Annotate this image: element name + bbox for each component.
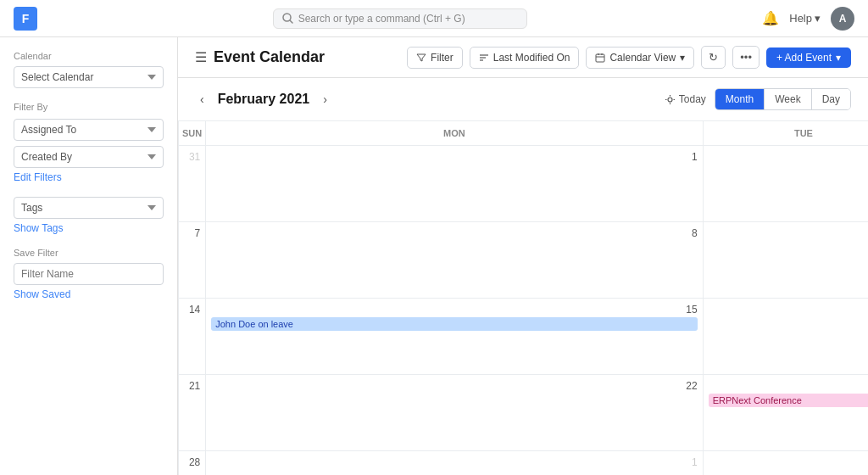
prev-month-button[interactable]: ‹: [195, 91, 209, 108]
day-header-tue: TUE: [704, 121, 868, 146]
month-year-title: February 2021: [218, 92, 310, 107]
chevron-down-icon: ▾: [836, 52, 841, 64]
next-month-button[interactable]: ›: [318, 91, 332, 108]
add-event-label: + Add Event: [776, 52, 832, 64]
cal-cell-feb-15[interactable]: 15 John Doe on leave: [206, 299, 703, 375]
main-layout: Calendar Select Calendar Filter By Assig…: [0, 37, 868, 475]
filter-button[interactable]: Filter: [407, 47, 463, 69]
view-btn-group: Month Week Day: [715, 88, 851, 110]
filter-icon: [416, 53, 426, 63]
calendar-nav: ‹ February 2021 ›: [195, 91, 332, 108]
cal-cell-feb-28[interactable]: 28: [179, 451, 206, 475]
content-area: ☰ Event Calendar Filter Last Modified On…: [178, 37, 868, 475]
sun-icon: [665, 94, 676, 105]
notifications-button[interactable]: 🔔: [762, 10, 779, 26]
cal-cell-feb-8[interactable]: 8: [206, 222, 703, 299]
day-view-button[interactable]: Day: [812, 89, 850, 109]
search-icon: [282, 13, 293, 24]
filter-name-input[interactable]: [14, 263, 164, 285]
cal-cell-feb-7[interactable]: 7: [179, 222, 206, 299]
day-header-mon: MON: [206, 121, 703, 146]
save-filter-section: Save Filter Show Saved: [14, 248, 164, 300]
filter-label: Filter: [431, 52, 453, 64]
calendar-label: Calendar: [14, 51, 164, 61]
filter-by-label: Filter By: [14, 102, 164, 112]
sidebar-toggle-button[interactable]: ☰: [195, 49, 207, 65]
calendar-section: Calendar Select Calendar: [14, 51, 164, 88]
today-button[interactable]: Today: [665, 93, 706, 105]
header-actions: Filter Last Modified On Calendar View ▾ …: [407, 46, 851, 69]
save-filter-label: Save Filter: [14, 248, 164, 258]
topbar-right: 🔔 Help ▾ A: [762, 7, 854, 31]
calendar-view-button[interactable]: Calendar View ▾: [586, 47, 694, 69]
svg-point-9: [668, 98, 672, 102]
search-placeholder: Search or type a command (Ctrl + G): [298, 13, 465, 25]
more-button[interactable]: •••: [732, 46, 760, 69]
cal-cell-feb-21[interactable]: 21: [179, 375, 206, 451]
today-label: Today: [679, 93, 706, 105]
help-button[interactable]: Help ▾: [789, 12, 821, 25]
page-title-group: ☰ Event Calendar: [195, 48, 325, 66]
calendar-grid: SUN MON TUE WED THU FRI SAT 31 1 2 3 Foo…: [178, 121, 868, 475]
avatar[interactable]: A: [831, 7, 854, 31]
sort-label: Last Modified On: [493, 52, 570, 64]
cal-cell-mar-2[interactable]: 2: [704, 451, 868, 475]
month-view-button[interactable]: Month: [715, 89, 765, 109]
svg-line-1: [290, 20, 292, 23]
svg-rect-5: [596, 54, 604, 62]
cal-cell-mar-1[interactable]: 1: [206, 451, 703, 475]
calendar-header: ‹ February 2021 › Today Month Week Day: [178, 78, 868, 121]
calendar-icon: [595, 53, 605, 63]
refresh-button[interactable]: ↻: [701, 46, 726, 69]
event-title: John Doe on leave: [215, 319, 293, 329]
cal-cell-feb-2[interactable]: 2: [704, 146, 868, 222]
search-bar[interactable]: Search or type a command (Ctrl + G): [273, 8, 527, 29]
cal-cell-feb-23[interactable]: 23 ERPNext Conference: [704, 375, 868, 451]
sidebar: Calendar Select Calendar Filter By Assig…: [0, 37, 178, 475]
show-tags-link[interactable]: Show Tags: [14, 222, 63, 234]
cal-cell-feb-16[interactable]: 16: [704, 299, 868, 375]
topbar: F Search or type a command (Ctrl + G) 🔔 …: [0, 0, 868, 37]
cal-cell-31-jan[interactable]: 31: [179, 146, 206, 222]
filter-by-section: Filter By Assigned To Created By Edit Fi…: [14, 102, 164, 183]
week-view-button[interactable]: Week: [765, 89, 811, 109]
calendar-select[interactable]: Select Calendar: [14, 66, 164, 88]
created-by-select[interactable]: Created By: [14, 146, 164, 168]
chevron-down-icon: ▾: [680, 52, 685, 64]
tags-select[interactable]: Tags: [14, 197, 164, 219]
calendar-view-label: Calendar View: [609, 52, 676, 64]
cal-cell-feb-1[interactable]: 1: [206, 146, 703, 222]
topbar-center: Search or type a command (Ctrl + G): [273, 8, 527, 29]
tags-section: Tags Show Tags: [14, 197, 164, 234]
calendar-container: ‹ February 2021 › Today Month Week Day: [178, 78, 868, 475]
cal-cell-feb-22[interactable]: 22: [206, 375, 703, 451]
event-title: ERPNext Conference: [713, 395, 802, 405]
app-logo[interactable]: F: [14, 7, 37, 31]
chevron-down-icon: ▾: [815, 12, 821, 25]
edit-filters-link[interactable]: Edit Filters: [14, 171, 62, 183]
day-header-sun: SUN: [179, 121, 206, 146]
erpnext-conf-event[interactable]: ERPNext Conference: [709, 394, 868, 407]
sort-button[interactable]: Last Modified On: [470, 47, 580, 69]
calendar-view-buttons: Today Month Week Day: [665, 88, 851, 110]
page-title: Event Calendar: [214, 48, 325, 66]
page-header: ☰ Event Calendar Filter Last Modified On…: [178, 37, 868, 78]
cal-cell-feb-9[interactable]: 9: [704, 222, 868, 299]
topbar-left: F: [14, 7, 37, 31]
cal-cell-feb-14[interactable]: 14: [179, 299, 206, 375]
assigned-to-select[interactable]: Assigned To: [14, 119, 164, 141]
show-saved-link[interactable]: Show Saved: [14, 288, 70, 300]
sort-icon: [479, 53, 489, 63]
john-doe-event[interactable]: John Doe on leave: [211, 317, 697, 331]
add-event-button[interactable]: + Add Event ▾: [766, 48, 851, 68]
